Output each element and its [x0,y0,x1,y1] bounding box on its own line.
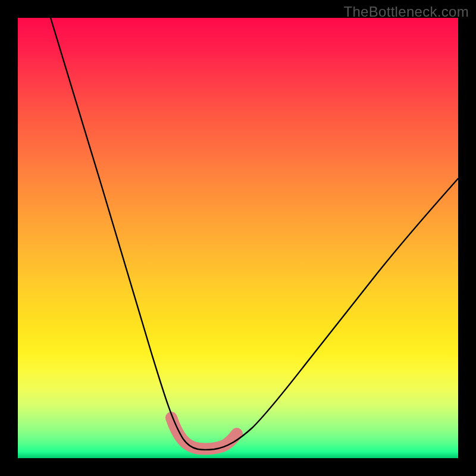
plot-area [18,18,458,458]
chart-svg [18,18,458,458]
outer-frame: TheBottleneck.com [0,0,476,476]
bottleneck-curve [51,18,458,450]
highlight-band [171,418,237,449]
